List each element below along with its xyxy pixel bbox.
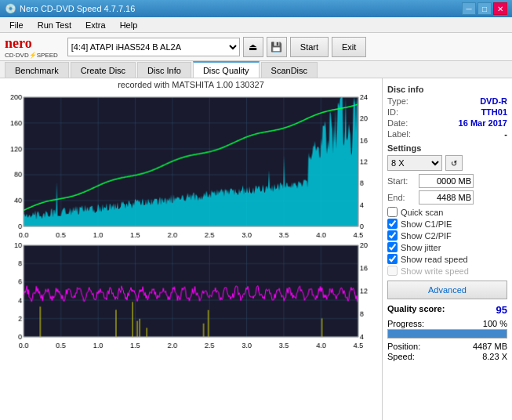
end-input[interactable] xyxy=(419,190,474,205)
quick-scan-row: Quick scan xyxy=(387,207,507,217)
show-jitter-row: Show jitter xyxy=(387,242,507,252)
start-input[interactable] xyxy=(419,174,474,188)
advanced-button[interactable]: Advanced xyxy=(387,281,507,299)
progress-bar-container xyxy=(387,329,507,339)
end-mb-row: End: xyxy=(387,190,507,205)
chart-area: recorded with MATSHITA 1.00 130327 xyxy=(0,78,383,420)
start-label: Start: xyxy=(387,176,417,186)
quality-score-row: Quality score: 95 xyxy=(387,304,507,316)
bottom-chart xyxy=(2,241,380,351)
menu-extra[interactable]: Extra xyxy=(79,19,112,31)
chart-title: recorded with MATSHITA 1.00 130327 xyxy=(2,80,380,89)
menu-run-test[interactable]: Run Test xyxy=(31,19,78,31)
show-writespeed-row: Show write speed xyxy=(387,266,507,276)
disc-date-row: Date: 16 Mar 2017 xyxy=(387,118,507,128)
speed-value: 8.23 X xyxy=(482,352,507,361)
tab-scan-disc[interactable]: ScanDisc xyxy=(261,62,318,78)
disc-date-label: Date: xyxy=(387,118,408,128)
show-writespeed-checkbox xyxy=(387,266,398,276)
speed-refresh-button[interactable]: ↺ xyxy=(445,155,463,171)
save-button[interactable]: 💾 xyxy=(267,37,287,57)
quality-score-label: Quality score: xyxy=(387,304,445,316)
show-writespeed-label: Show write speed xyxy=(401,266,469,276)
speed-row: 8 X Maximum 2 X 4 X 16 X ↺ xyxy=(387,155,507,171)
show-c1pie-checkbox[interactable] xyxy=(387,219,398,229)
eject-button[interactable]: ⏏ xyxy=(243,37,263,57)
disc-type-label: Type: xyxy=(387,96,409,106)
position-row: Position: 4487 MB xyxy=(387,342,507,351)
disc-label-row: Label: - xyxy=(387,129,507,139)
progress-bar-fill xyxy=(388,330,507,338)
disc-label-value: - xyxy=(504,129,507,139)
tab-benchmark[interactable]: Benchmark xyxy=(5,62,69,78)
speed-row-progress: Speed: 8.23 X xyxy=(387,352,507,361)
show-jitter-checkbox[interactable] xyxy=(387,242,398,252)
settings-title: Settings xyxy=(387,143,507,153)
show-readspeed-checkbox[interactable] xyxy=(387,254,398,264)
title-bar-text: Nero CD-DVD Speed 4.7.7.16 xyxy=(20,4,135,13)
show-c1-row: Show C1/PIE xyxy=(387,219,507,229)
quick-scan-label: Quick scan xyxy=(401,208,443,217)
close-button[interactable]: ✕ xyxy=(493,2,507,15)
show-readspeed-label: Show read speed xyxy=(401,255,468,264)
menu-file[interactable]: File xyxy=(3,19,30,31)
minimize-button[interactable]: ─ xyxy=(462,2,476,15)
disc-id-value: TTH01 xyxy=(481,107,507,117)
quality-score-value: 95 xyxy=(496,304,507,316)
app-icon: 💿 xyxy=(5,3,16,14)
logo: nero CD·DVD⚡SPEED xyxy=(5,35,58,59)
show-readspeed-row: Show read speed xyxy=(387,254,507,264)
disc-id-label: ID: xyxy=(387,107,398,117)
tab-disc-info[interactable]: Disc Info xyxy=(137,62,191,78)
start-mb-row: Start: xyxy=(387,174,507,188)
disc-date-value: 16 Mar 2017 xyxy=(459,118,507,128)
top-chart xyxy=(2,91,380,241)
show-c2-row: Show C2/PIF xyxy=(387,230,507,241)
disc-label-label: Label: xyxy=(387,129,411,139)
progress-section: Progress: 100 % Position: 4487 MB Speed:… xyxy=(387,319,507,361)
tab-create-disc[interactable]: Create Disc xyxy=(71,62,136,78)
drive-select[interactable]: [4:4] ATAPI iHAS524 B AL2A xyxy=(67,38,240,56)
show-c2pif-checkbox[interactable] xyxy=(387,230,398,241)
show-c1pie-label: Show C1/PIE xyxy=(401,219,452,229)
maximize-button[interactable]: □ xyxy=(478,2,492,15)
right-panel: Disc info Type: DVD-R ID: TTH01 Date: 16… xyxy=(383,78,512,420)
disc-id-row: ID: TTH01 xyxy=(387,107,507,117)
end-label: End: xyxy=(387,193,417,202)
title-bar: 💿 Nero CD-DVD Speed 4.7.7.16 ─ □ ✕ xyxy=(0,0,512,17)
show-c2pif-label: Show C2/PIF xyxy=(401,231,452,241)
speed-label: Speed: xyxy=(387,352,415,361)
menu-bar: File Run Test Extra Help xyxy=(0,17,512,33)
quick-scan-checkbox[interactable] xyxy=(387,207,398,217)
toolbar: nero CD·DVD⚡SPEED [4:4] ATAPI iHAS524 B … xyxy=(0,33,512,61)
exit-button[interactable]: Exit xyxy=(332,37,366,57)
disc-info-title: Disc info xyxy=(387,85,507,94)
show-jitter-label: Show jitter xyxy=(401,243,441,252)
progress-row: Progress: 100 % xyxy=(387,319,507,328)
disc-type-value: DVD-R xyxy=(480,96,507,106)
progress-value: 100 % xyxy=(483,319,507,328)
tab-bar: Benchmark Create Disc Disc Info Disc Qua… xyxy=(0,61,512,78)
start-button[interactable]: Start xyxy=(290,37,329,57)
menu-help[interactable]: Help xyxy=(114,19,144,31)
tab-disc-quality[interactable]: Disc Quality xyxy=(193,61,260,78)
speed-select[interactable]: 8 X Maximum 2 X 4 X 16 X xyxy=(387,155,442,171)
position-label: Position: xyxy=(387,342,420,351)
main-content: recorded with MATSHITA 1.00 130327 Disc … xyxy=(0,78,512,420)
disc-type-row: Type: DVD-R xyxy=(387,96,507,106)
progress-label: Progress: xyxy=(387,319,424,328)
position-value: 4487 MB xyxy=(473,342,507,351)
